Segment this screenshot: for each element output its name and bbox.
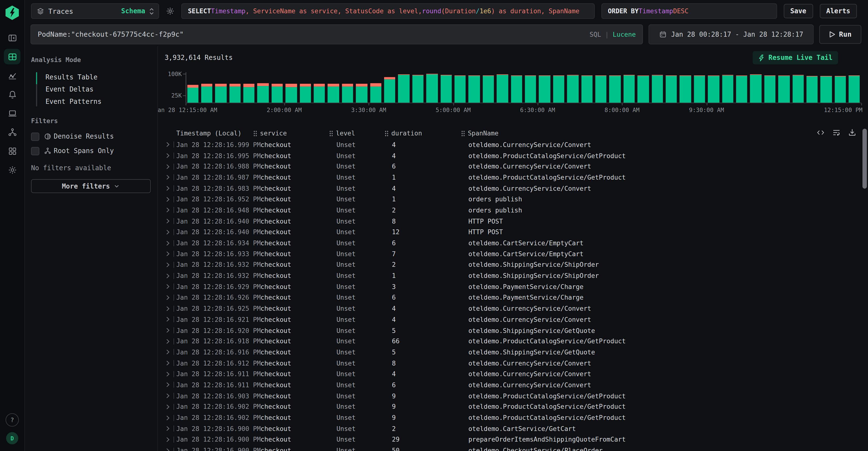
chart-bar[interactable] <box>736 76 747 103</box>
row-expand-chevron-icon[interactable] <box>166 197 170 202</box>
chart-bar[interactable] <box>652 75 663 103</box>
row-expand-chevron-icon[interactable] <box>166 284 170 289</box>
table-row[interactable]: Jan 28 12:28:16.911 PMcheckoutUnset6otel… <box>166 379 860 390</box>
table-row[interactable]: Jan 28 12:28:16.925 PMcheckoutUnset4otel… <box>166 303 860 314</box>
chart-bar[interactable] <box>511 76 522 103</box>
table-row[interactable]: Jan 28 12:28:16.952 PMcheckoutUnset1orde… <box>166 194 860 205</box>
chart-bar[interactable] <box>750 75 762 103</box>
chart-bar[interactable] <box>680 76 691 103</box>
row-expand-chevron-icon[interactable] <box>166 448 170 451</box>
chart-bar[interactable] <box>553 76 564 76</box>
checkbox[interactable] <box>31 132 39 141</box>
drag-grip-icon[interactable] <box>253 130 257 136</box>
chart-bar[interactable] <box>665 76 677 76</box>
chart-bar[interactable] <box>314 84 325 87</box>
drag-grip-icon[interactable] <box>385 130 389 136</box>
sql-orderby-input[interactable]: ORDER BY Timestamp DESC <box>601 3 777 19</box>
sql-select-input[interactable]: SELECT Timestamp, ServiceName as service… <box>181 3 594 19</box>
save-button[interactable]: Save <box>783 4 813 18</box>
chart-bar[interactable] <box>553 76 564 103</box>
chart-bar[interactable] <box>497 74 508 75</box>
table-row[interactable]: Jan 28 12:28:16.995 PMcheckoutUnset4otel… <box>166 150 860 161</box>
table-row[interactable]: Jan 28 12:28:16.921 PMcheckoutUnset4otel… <box>166 314 860 325</box>
chart-bar[interactable] <box>440 75 452 75</box>
table-row[interactable]: Jan 28 12:28:16.903 PMcheckoutUnset9otel… <box>166 390 860 401</box>
row-expand-chevron-icon[interactable] <box>166 251 170 256</box>
chart-bar[interactable] <box>665 76 677 103</box>
chart-bar[interactable] <box>398 75 410 103</box>
row-expand-chevron-icon[interactable] <box>166 393 170 398</box>
chart-explorer-nav-icon[interactable] <box>4 67 21 83</box>
chart-bar[interactable] <box>356 84 367 86</box>
analysis-mode-results-table[interactable]: Results Table <box>31 71 151 83</box>
chart-bar[interactable] <box>201 87 213 103</box>
chart-bar[interactable] <box>694 76 705 103</box>
chart-bar[interactable] <box>215 84 226 86</box>
chart-bar[interactable] <box>384 79 395 103</box>
row-expand-chevron-icon[interactable] <box>166 230 170 235</box>
analysis-mode-event-deltas[interactable]: Event Deltas <box>31 83 151 95</box>
row-expand-chevron-icon[interactable] <box>166 349 170 355</box>
row-expand-chevron-icon[interactable] <box>166 306 170 311</box>
chart-bar[interactable] <box>483 75 494 103</box>
chart-bar[interactable] <box>300 84 311 87</box>
table-row[interactable]: Jan 28 12:28:16.900 PMcheckoutUnset50ote… <box>166 445 860 451</box>
time-range-picker[interactable]: Jan 28 00:28:17 - Jan 28 12:28:17 <box>648 24 814 44</box>
table-row[interactable]: Jan 28 12:28:16.902 PMcheckoutUnset9otel… <box>166 401 860 412</box>
table-row[interactable]: Jan 28 12:28:16.940 PMcheckoutUnset8HTTP… <box>166 216 860 226</box>
chart-bar[interactable] <box>778 76 789 76</box>
chart-bar[interactable] <box>243 84 255 87</box>
chart-bar[interactable] <box>286 87 297 103</box>
table-row[interactable]: Jan 28 12:28:16.926 PMcheckoutUnset6otel… <box>166 292 860 303</box>
lang-lucene-option[interactable]: Lucene <box>613 30 636 38</box>
schema-select[interactable]: Schema <box>121 7 145 15</box>
checkbox[interactable] <box>31 147 39 155</box>
row-expand-chevron-icon[interactable] <box>166 317 170 322</box>
chart-bar[interactable] <box>412 75 424 75</box>
chart-bar[interactable] <box>187 85 198 87</box>
user-avatar[interactable]: D <box>6 432 18 445</box>
row-expand-chevron-icon[interactable] <box>166 426 170 431</box>
table-row[interactable]: Jan 28 12:28:16.988 PMcheckoutUnset6otel… <box>166 161 860 172</box>
chart-bar[interactable] <box>314 87 325 103</box>
table-row[interactable]: Jan 28 12:28:16.999 PMcheckoutUnset4otel… <box>166 139 860 150</box>
chart-bar[interactable] <box>792 76 804 103</box>
chart-bar[interactable] <box>764 76 776 76</box>
chart-bar[interactable] <box>834 76 846 76</box>
chart-bar[interactable] <box>257 86 269 103</box>
chart-bar[interactable] <box>623 75 635 103</box>
chart-bar[interactable] <box>412 75 424 103</box>
table-row[interactable]: Jan 28 12:28:16.902 PMcheckoutUnset9otel… <box>166 412 860 423</box>
row-expand-chevron-icon[interactable] <box>166 437 170 442</box>
chart-bar[interactable] <box>708 76 719 103</box>
chart-bar[interactable] <box>525 76 536 76</box>
chart-bar[interactable] <box>243 87 255 103</box>
row-expand-chevron-icon[interactable] <box>166 208 170 213</box>
drag-grip-icon[interactable] <box>461 130 465 136</box>
column-header-timestamp-local-[interactable]: Timestamp (Local) <box>176 129 260 137</box>
chart-bar[interactable] <box>623 75 635 75</box>
table-row[interactable]: Jan 28 12:28:16.933 PMcheckoutUnset7otel… <box>166 248 860 259</box>
column-header-spanname[interactable]: SpanName <box>461 129 853 137</box>
table-row[interactable]: Jan 28 12:28:16.932 PMcheckoutUnset1otel… <box>166 270 860 281</box>
chart-bar[interactable] <box>778 76 789 103</box>
chart-bar[interactable] <box>750 74 762 75</box>
chart-bar[interactable] <box>764 76 776 103</box>
drag-grip-icon[interactable] <box>329 130 333 136</box>
table-row[interactable]: Jan 28 12:28:16.920 PMcheckoutUnset5otel… <box>166 325 860 336</box>
chart-bar[interactable] <box>567 75 579 103</box>
clients-nav-icon[interactable] <box>4 106 21 121</box>
chart-bar[interactable] <box>272 84 283 87</box>
row-expand-chevron-icon[interactable] <box>166 186 170 191</box>
chart-bar[interactable] <box>638 76 649 103</box>
chart-bar[interactable] <box>539 76 550 76</box>
chart-bar[interactable] <box>370 86 381 103</box>
row-expand-chevron-icon[interactable] <box>166 372 170 377</box>
row-expand-chevron-icon[interactable] <box>166 241 170 246</box>
alerts-button[interactable]: Alerts <box>819 4 857 18</box>
dashboards-nav-icon[interactable] <box>4 143 21 159</box>
chart-bar[interactable] <box>581 76 592 103</box>
table-row[interactable]: Jan 28 12:28:16.929 PMcheckoutUnset3otel… <box>166 281 860 292</box>
row-expand-chevron-icon[interactable] <box>166 262 170 267</box>
row-expand-chevron-icon[interactable] <box>166 164 170 169</box>
